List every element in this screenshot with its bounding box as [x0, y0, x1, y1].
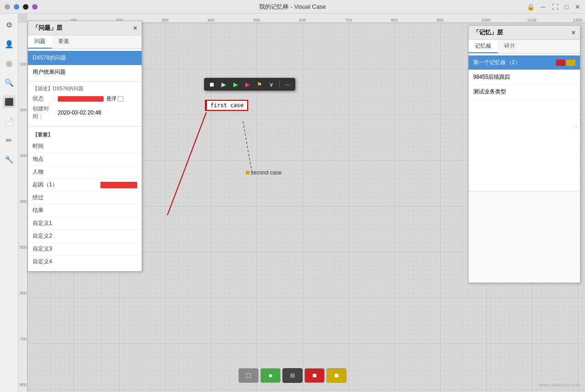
element-custom3-value	[85, 246, 137, 252]
tb-dropdown-btn[interactable]: ∨	[266, 79, 276, 89]
memory-item-98455[interactable]: 98455后续跟踪	[469, 70, 580, 85]
bottom-btn-green-icon: ●	[268, 371, 273, 380]
created-label: 创建时间：	[33, 105, 58, 120]
tb-play2-btn[interactable]: ▶	[231, 79, 241, 89]
memory-panel-title: 「记忆」层 ×	[469, 26, 580, 40]
problem-panel: 「问题」层 × 问题 要素 DX578的问题 用户统筹问题 【描述】DX578的…	[28, 21, 142, 272]
elements-title: 【要素】	[28, 130, 142, 140]
element-result-label: 结果	[33, 207, 85, 214]
element-time-value	[85, 143, 137, 150]
first-case-box[interactable]: first case	[205, 100, 248, 111]
element-custom2: 自定义2	[28, 230, 142, 243]
element-person-value	[85, 169, 137, 175]
ruler-mark-700: 700	[345, 18, 352, 22]
minimize-button[interactable]: ─	[541, 3, 546, 11]
traffic-light-black	[23, 4, 28, 10]
bottom-btn-yellow[interactable]: ■	[326, 368, 347, 383]
maximize-button[interactable]: □	[565, 3, 568, 11]
bottom-btn-red-icon: ■	[312, 371, 317, 380]
element-process-label: 经过	[33, 194, 85, 201]
ruler-mark-900: 900	[436, 18, 443, 22]
title-bar-left	[5, 4, 38, 10]
element-custom2-label: 自定义2	[33, 232, 85, 240]
sidebar-icon-layers[interactable]: ⬛	[3, 95, 16, 108]
sidebar-icon-doc[interactable]: 📄	[3, 114, 16, 127]
bottom-btn-gray[interactable]: □	[238, 368, 259, 383]
tb-separator	[279, 81, 280, 88]
ruler-mark-300: 300	[161, 18, 168, 22]
floating-toolbar: ⏹ ▶ ▶ ▶ ⚑ ∨ ···	[204, 78, 295, 91]
title-bar: 我的记忆棒 - Visual Case 🔒 ─ ⛶ □ ✕	[0, 0, 585, 14]
memory-list: 第一个记忆板（2） 98455后续跟踪 测试业务类型	[469, 54, 580, 191]
element-custom1-label: 自定义1	[33, 219, 85, 227]
status-row: 状态 悬浮	[33, 95, 137, 103]
element-place-value	[85, 156, 137, 163]
problem-panel-close[interactable]: ×	[133, 24, 137, 32]
element-process: 经过	[28, 191, 142, 204]
memory-tabs: 记忆板 碎片	[469, 40, 580, 54]
element-place-label: 地点	[33, 155, 85, 163]
bottom-btn-dark[interactable]: ⊟	[282, 368, 303, 383]
bottom-btn-red[interactable]: ■	[304, 368, 325, 383]
tb-stop-btn[interactable]: ⏹	[207, 79, 217, 89]
sidebar-icon-edit[interactable]: ✏	[3, 134, 16, 147]
problem-tab-elements[interactable]: 要素	[52, 35, 76, 49]
memory-item-first[interactable]: 第一个记忆板（2）	[469, 55, 580, 70]
sidebar-icon-settings[interactable]: ⚙	[3, 18, 16, 31]
ruler-mark-v-700: 700	[18, 337, 28, 341]
tb-play3-btn[interactable]: ▶	[243, 79, 253, 89]
ruler-mark-v-300: 300	[18, 153, 28, 158]
sidebar-icon-target[interactable]: ◎	[3, 57, 16, 70]
memory-tab-fragments[interactable]: 碎片	[498, 40, 522, 53]
memory-panel: 「记忆」层 × 记忆板 碎片 第一个记忆板（2） 98455后续跟踪 测试业务类…	[468, 25, 580, 283]
ruler-mark-v-500: 500	[18, 245, 28, 250]
svg-line-1	[243, 121, 252, 174]
sidebar-icon-user[interactable]: 👤	[3, 38, 16, 50]
problem-desc: 【描述】DX578的问题 状态 悬浮 创建时间： 2020-03-02 20:4…	[28, 81, 142, 126]
created-row: 创建时间： 2020-03-02 20:48	[33, 105, 137, 120]
element-person: 人物	[28, 166, 142, 179]
ruler-mark-1000: 1000	[481, 18, 491, 22]
tb-more-btn[interactable]: ···	[282, 79, 292, 89]
element-result-value	[85, 207, 137, 214]
element-custom4: 自定义4	[28, 256, 142, 268]
fullscreen-button[interactable]: ⛶	[552, 3, 558, 11]
problem-item-dx578[interactable]: DX578的问题	[28, 51, 142, 65]
second-case-node[interactable]: second case	[246, 169, 281, 176]
ruler-mark-v-600: 600	[18, 291, 28, 295]
second-case-dot	[246, 171, 249, 174]
memory-item-first-label: 第一个记忆板（2）	[473, 59, 520, 66]
memory-item-test-label: 测试业务类型	[473, 88, 506, 96]
floating-check: 悬浮	[106, 95, 123, 102]
element-custom3: 自定义3	[28, 243, 142, 256]
first-case-node[interactable]: first case	[205, 100, 248, 111]
ruler-mark-v-100: 100	[18, 62, 28, 66]
tb-play1-btn[interactable]: ▶	[219, 79, 229, 89]
element-custom4-label: 自定义4	[33, 258, 85, 266]
memory-panel-close[interactable]: ×	[572, 29, 575, 36]
problem-tab-issues[interactable]: 问题	[28, 35, 52, 49]
sidebar-icon-tool[interactable]: 🔧	[3, 153, 16, 166]
color-yellow	[566, 60, 575, 66]
ruler-mark-1200: 1200	[573, 18, 582, 22]
ruler-mark-500: 500	[253, 18, 260, 22]
bottom-btn-green[interactable]: ●	[260, 368, 281, 383]
floating-checkbox[interactable]	[118, 96, 123, 102]
memory-item-test[interactable]: 测试业务类型	[469, 85, 580, 99]
lock-icon[interactable]: 🔒	[527, 3, 535, 11]
element-cause: 起因（1）	[28, 179, 142, 191]
memory-item-first-colors	[556, 60, 575, 66]
close-button[interactable]: ✕	[575, 3, 580, 11]
element-custom1: 自定义1	[28, 217, 142, 230]
problem-item-user[interactable]: 用户统筹问题	[28, 65, 142, 79]
sidebar-icon-search[interactable]: 🔍	[3, 76, 16, 89]
ruler-mark-400: 400	[207, 18, 214, 22]
memory-tab-board[interactable]: 记忆板	[469, 40, 498, 53]
ruler-mark-600: 600	[299, 18, 306, 22]
tb-flag-btn[interactable]: ⚑	[254, 79, 265, 89]
traffic-light-purple	[32, 4, 38, 10]
bottom-btn-dark-icon: ⊟	[290, 372, 295, 379]
element-process-value	[85, 195, 137, 201]
element-custom1-value	[85, 220, 137, 227]
problem-tabs: 问题 要素	[28, 35, 142, 49]
